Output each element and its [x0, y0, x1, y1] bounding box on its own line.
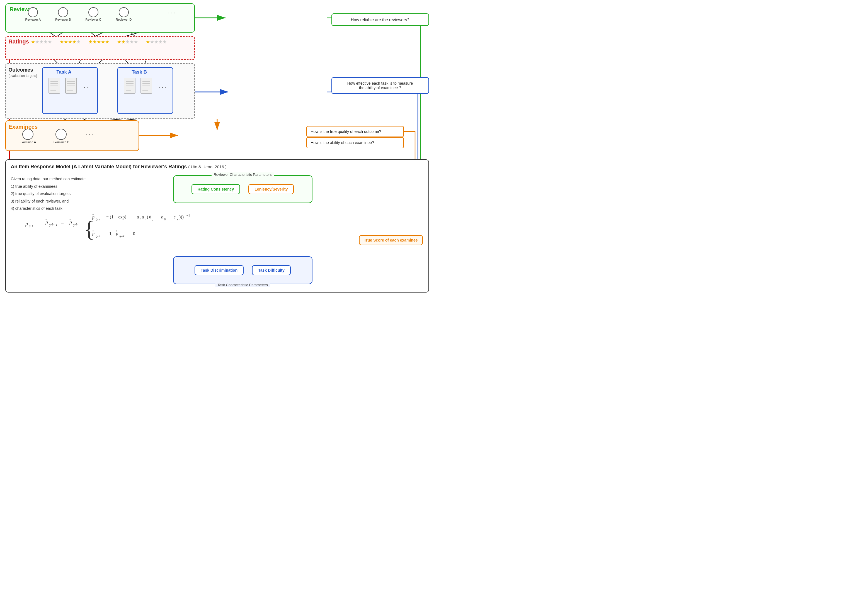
irm-list-item-1: 1) true ability of examinees,	[11, 183, 86, 190]
outcomes-inner-dots: · · ·	[102, 89, 109, 95]
reviewer-circle-a	[28, 7, 38, 17]
svg-text:−: −	[155, 215, 157, 219]
tcp-label: Task Characteristic Parameters	[215, 283, 270, 287]
reviewer-circle-c	[88, 7, 98, 17]
svg-text:*: *	[45, 218, 47, 222]
outcomes-box: Outcomes (evaluation targets) Task A	[5, 63, 195, 119]
irm-title: An Item Response Model (A Latent Variabl…	[11, 164, 227, 170]
reviewer-characteristic-params-box: Reviewer Characteristic Parameters Ratin…	[173, 175, 312, 203]
outcomes-question-box: How effective each task is to measurethe…	[332, 77, 429, 94]
svg-text:ijrK: ijrK	[119, 234, 124, 238]
svg-text:−1: −1	[187, 214, 190, 217]
ratings-label: Ratings	[9, 38, 29, 45]
svg-text:θ: θ	[149, 215, 151, 219]
reviewer-name-b: Reviewer B	[55, 18, 71, 21]
irm-box: An Item Response Model (A Latent Variabl…	[5, 160, 429, 292]
svg-text:))): )))	[179, 215, 184, 220]
irm-list-item-2: 2) true quality of evaluation targets,	[11, 190, 86, 197]
svg-text:= 1,: = 1,	[105, 231, 113, 236]
svg-text:*: *	[116, 230, 118, 233]
leniency-severity-box: Leniency/Severity	[249, 184, 294, 194]
svg-text:{: {	[84, 217, 95, 241]
task-a-box: Task A	[42, 67, 98, 114]
star-group-2: ★★★★★	[60, 39, 81, 45]
examinee-circle-a	[22, 129, 33, 140]
star-group-1: ★★★★★	[31, 39, 52, 45]
examinee-circle-b	[56, 129, 66, 140]
rcp-inner-boxes: Rating Consistency Leniency/Severity	[174, 176, 312, 203]
quality-question-box: How is the true quality of each outcome?	[306, 126, 404, 137]
svg-text:r: r	[145, 218, 146, 221]
doc-icon-b1	[124, 77, 137, 94]
reviewer-name-c: Reviewer C	[85, 18, 101, 21]
reviewer-name-d: Reviewer D	[116, 18, 131, 21]
irm-title-note: ( Uto & Ueno; 2016 )	[188, 164, 227, 169]
svg-text:a: a	[137, 215, 139, 219]
svg-text:ijr0: ijr0	[96, 234, 100, 238]
svg-text:i: i	[140, 218, 140, 221]
examinee-name-b: Examinee B	[53, 140, 69, 144]
svg-text:ijrk: ijrk	[96, 218, 100, 221]
task-a-dots: · · ·	[84, 84, 91, 90]
true-score-box: True Score of each examinee	[359, 235, 423, 245]
task-difficulty-box: Task Difficulty	[252, 265, 291, 275]
reviewer-figure-c: Reviewer C	[85, 7, 101, 21]
task-b-label: Task B	[132, 69, 147, 75]
svg-text:a: a	[142, 215, 144, 219]
examinee-figures: Examinee A Examinee B · · ·	[20, 129, 93, 144]
doc-icon-b2	[140, 77, 154, 94]
task-a-label: Task A	[57, 69, 72, 75]
reviewers-box: Reviewers Reviewer A Reviewer B Reviewer…	[5, 3, 195, 33]
svg-text:ijrk−1: ijrk−1	[49, 223, 57, 227]
doc-icon-a2	[65, 77, 79, 94]
rcp-label: Reviewer Characteristic Parameters	[211, 172, 274, 177]
task-b-dots: · · ·	[159, 84, 166, 90]
ratings-box: Ratings ★★★★★ ★★★★★ ★★★★★ ★★★★★ ★★★★★	[5, 36, 195, 60]
svg-text:*: *	[92, 230, 94, 233]
svg-text:ijrk: ijrk	[29, 224, 33, 228]
ability-question-box: How is the ability of each examinee?	[306, 137, 404, 148]
examinees-box: Examinees Examinee A Examinee B · · ·	[5, 120, 139, 151]
svg-text:= 0: = 0	[129, 231, 135, 236]
stars-container: ★★★★★ ★★★★★ ★★★★★ ★★★★★ ★★★★★	[31, 39, 167, 45]
svg-text:−: −	[167, 215, 170, 219]
svg-text:r: r	[177, 218, 178, 221]
reviewer-figures: Reviewer A Reviewer B Reviewer C Reviewe…	[26, 7, 132, 21]
reviewer-figure-b: Reviewer B	[55, 7, 71, 21]
outcomes-question-text: How effective each task is to measurethe…	[347, 81, 413, 90]
star-group-4: ★★★★★	[117, 39, 138, 45]
rating-consistency-box: Rating Consistency	[191, 184, 240, 194]
reviewer-circle-d	[119, 7, 129, 17]
reviewer-figure-a: Reviewer A	[26, 7, 41, 21]
svg-text:ijrk: ijrk	[73, 223, 77, 227]
ability-question-text: How is the ability of each examinee?	[311, 140, 374, 145]
doc-icon-a1	[48, 77, 62, 94]
reviewers-question-text: How reliable are the reviewers?	[351, 17, 409, 22]
outcomes-sublabel: (evaluation targets)	[9, 74, 37, 78]
task-characteristic-params-box: Task Discrimination Task Difficulty Task…	[173, 256, 312, 284]
reviewer-dots: · · ·	[167, 9, 175, 16]
svg-text:ik: ik	[164, 218, 166, 221]
svg-text:p: p	[25, 221, 28, 227]
svg-text:= (1 + exp(−: = (1 + exp(−	[106, 215, 129, 220]
outcomes-label: Outcomes	[9, 67, 33, 73]
svg-text:*: *	[92, 213, 94, 216]
tcp-inner-boxes: Task Discrimination Task Difficulty	[174, 257, 312, 284]
svg-text:ε: ε	[174, 215, 176, 219]
quality-question-text: How is the true quality of each outcome?	[311, 129, 381, 134]
svg-text:=: =	[40, 221, 43, 227]
formula-area: p ijrk = p * ijrk−1 − p * ijrk { p * ijr…	[20, 200, 215, 257]
svg-text:−: −	[61, 221, 64, 227]
examinee-name-a: Examinee A	[20, 140, 36, 144]
task-b-box: Task B	[118, 67, 173, 114]
star-group-3: ★★★★★	[88, 39, 109, 45]
svg-text:b: b	[161, 215, 163, 219]
svg-text:j: j	[152, 218, 153, 221]
star-group-5: ★★★★★	[146, 39, 167, 45]
examinee-figure-b: Examinee B	[53, 129, 69, 144]
reviewer-figure-d: Reviewer D	[116, 7, 131, 21]
reviewer-circle-b	[58, 7, 68, 17]
svg-text:*: *	[69, 218, 71, 222]
irm-list-item-0: Given rating data, our method can estima…	[11, 175, 86, 183]
reviewers-question-box: How reliable are the reviewers?	[332, 14, 429, 26]
